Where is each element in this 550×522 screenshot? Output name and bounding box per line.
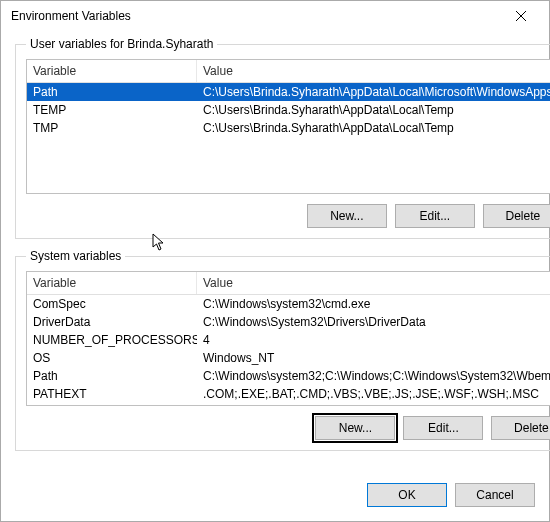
system-variables-group: System variables Variable Value ComSpecC… [15,249,550,451]
environment-variables-dialog: Environment Variables User variables for… [0,0,550,522]
cell-value: C:\Windows\system32;C:\Windows;C:\Window… [197,368,550,384]
dialog-title: Environment Variables [11,9,501,23]
system-header-variable[interactable]: Variable [27,272,197,294]
user-button-row: New... Edit... Delete [26,204,550,228]
cell-value: 4 [197,332,550,348]
user-new-button[interactable]: New... [307,204,387,228]
cell-variable: TMP [27,120,197,136]
user-variables-table[interactable]: Variable Value PathC:\Users\Brinda.Syhar… [26,59,550,194]
user-variables-group: User variables for Brinda.Syharath Varia… [15,37,550,239]
cell-value: Windows_NT [197,350,550,366]
table-row[interactable]: PathC:\Windows\system32;C:\Windows;C:\Wi… [27,367,550,385]
cell-variable: ComSpec [27,296,197,312]
user-edit-button[interactable]: Edit... [395,204,475,228]
system-button-row: New... Edit... Delete [26,416,550,440]
cancel-button[interactable]: Cancel [455,483,535,507]
table-row[interactable]: ComSpecC:\Windows\system32\cmd.exe [27,295,550,313]
table-row[interactable]: NUMBER_OF_PROCESSORS4 [27,331,550,349]
system-table-rows: ComSpecC:\Windows\system32\cmd.exeDriver… [27,295,550,404]
ok-button[interactable]: OK [367,483,447,507]
cell-value: C:\Windows\System32\Drivers\DriverData [197,314,550,330]
system-delete-button[interactable]: Delete [491,416,550,440]
cell-variable: NUMBER_OF_PROCESSORS [27,332,197,348]
system-new-button[interactable]: New... [315,416,395,440]
user-header-variable[interactable]: Variable [27,60,197,82]
cell-variable: Path [27,368,197,384]
cell-value: C:\Users\Brinda.Syharath\AppData\Local\T… [197,120,550,136]
system-table-header: Variable Value [27,272,550,295]
table-row[interactable]: TMPC:\Users\Brinda.Syharath\AppData\Loca… [27,119,550,137]
close-icon [516,11,526,21]
table-row[interactable]: OSWindows_NT [27,349,550,367]
cell-variable: TEMP [27,102,197,118]
cell-variable: PATHEXT [27,386,197,402]
titlebar: Environment Variables [1,1,549,31]
user-delete-button[interactable]: Delete [483,204,550,228]
system-variables-legend: System variables [26,249,125,263]
cell-value: C:\Users\Brinda.Syharath\AppData\Local\M… [197,84,550,100]
cell-variable: Path [27,84,197,100]
user-table-header: Variable Value [27,60,550,83]
dialog-content: User variables for Brinda.Syharath Varia… [1,31,549,475]
user-header-value[interactable]: Value [197,60,550,82]
table-row[interactable]: PathC:\Users\Brinda.Syharath\AppData\Loc… [27,83,550,101]
user-table-rows: PathC:\Users\Brinda.Syharath\AppData\Loc… [27,83,550,192]
cell-variable: DriverData [27,314,197,330]
dialog-footer: OK Cancel [1,475,549,521]
system-edit-button[interactable]: Edit... [403,416,483,440]
user-variables-legend: User variables for Brinda.Syharath [26,37,217,51]
cell-value: C:\Users\Brinda.Syharath\AppData\Local\T… [197,102,550,118]
cell-value: C:\Windows\system32\cmd.exe [197,296,550,312]
cell-variable: OS [27,350,197,366]
cell-value: .COM;.EXE;.BAT;.CMD;.VBS;.VBE;.JS;.JSE;.… [197,386,550,402]
system-variables-table[interactable]: Variable Value ComSpecC:\Windows\system3… [26,271,550,406]
close-button[interactable] [501,2,541,30]
table-row[interactable]: DriverDataC:\Windows\System32\Drivers\Dr… [27,313,550,331]
table-row[interactable]: PATHEXT.COM;.EXE;.BAT;.CMD;.VBS;.VBE;.JS… [27,385,550,403]
table-row[interactable]: TEMPC:\Users\Brinda.Syharath\AppData\Loc… [27,101,550,119]
system-header-value[interactable]: Value [197,272,550,294]
table-row[interactable]: PROCESSOR_ARCHITECTUREAMD64 [27,403,550,404]
